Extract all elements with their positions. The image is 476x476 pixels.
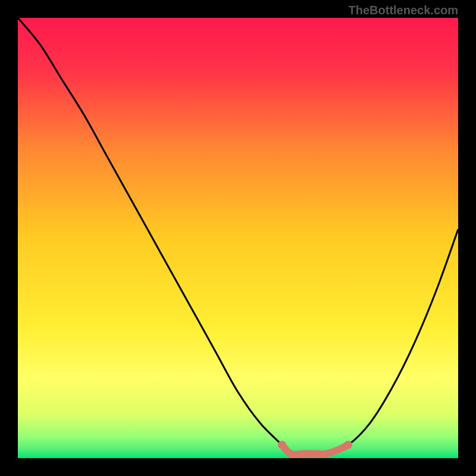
svg-point-2	[344, 441, 352, 449]
plot-area	[18, 18, 458, 458]
optimal-zone-highlight	[282, 445, 348, 455]
bottleneck-curve	[18, 18, 458, 455]
chart-container: TheBottleneck.com	[0, 0, 476, 476]
curve-layer	[18, 18, 458, 458]
watermark-text: TheBottleneck.com	[349, 4, 458, 17]
svg-point-1	[278, 441, 286, 449]
